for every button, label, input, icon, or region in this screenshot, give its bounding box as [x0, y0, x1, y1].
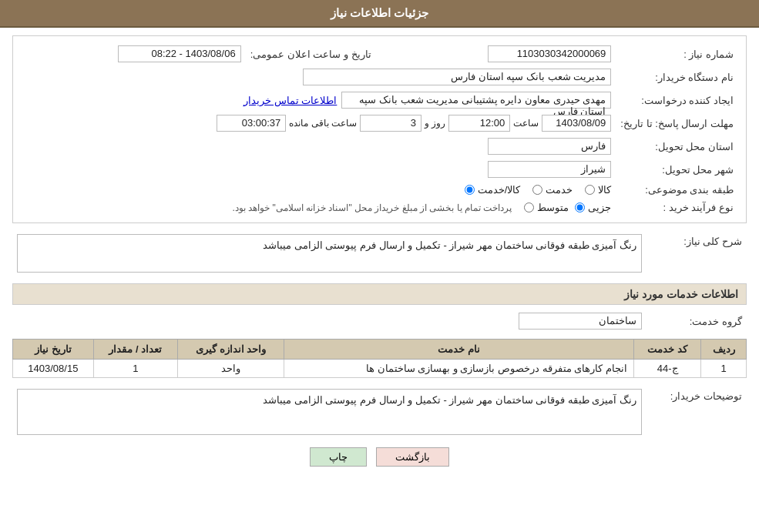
- services-table-body: 1ج-44انجام کارهای متفرقه درخصوص بازسازی …: [13, 360, 747, 378]
- table-cell: انجام کارهای متفرقه درخصوص بازسازی و بهس…: [284, 360, 634, 378]
- col-service-name: نام خدمت: [284, 340, 634, 360]
- radio-jozei-input[interactable]: [575, 202, 585, 212]
- category-options: کالا خدمت کالا/خدمت: [21, 181, 616, 199]
- buyer-desc-value: رنگ آمیزی طبقه فوقانی ساختمان مهر شیراز …: [12, 386, 646, 438]
- time-label: ساعت: [513, 118, 539, 129]
- creator-label: ایجاد کننده درخواست:: [616, 89, 738, 112]
- page-wrapper: جزئیات اطلاعات نیاز شماره نیاز : 1103030…: [0, 0, 759, 532]
- contact-link[interactable]: اطلاعات تماس خریدار: [243, 95, 337, 106]
- page-header: جزئیات اطلاعات نیاز: [0, 0, 759, 28]
- info-section: شماره نیاز : 1103030342000069 تاریخ و سا…: [12, 35, 747, 223]
- group-service-input[interactable]: ساختمان: [519, 313, 642, 330]
- announce-date-input[interactable]: 1403/08/06 - 08:22: [118, 45, 241, 62]
- creator-value: مهدی حیدری معاون دایره پشتیبانی مدیریت ش…: [21, 89, 616, 112]
- row-purchase-type: نوع فرآیند خرید : جزیی متوسط پرداخت: [21, 199, 738, 216]
- radio-kala-label: کالا: [598, 184, 611, 196]
- radio-kala-input[interactable]: [585, 185, 595, 195]
- creator-input[interactable]: مهدی حیدری معاون دایره پشتیبانی مدیریت ش…: [341, 92, 611, 109]
- services-table-section: ردیف کد خدمت نام خدمت واحد اندازه گیری ت…: [12, 339, 747, 378]
- page-title: جزئیات اطلاعات نیاز: [331, 6, 428, 19]
- remaining-label: ساعت باقی مانده: [289, 118, 357, 129]
- row-group-service: گروه خدمت: ساختمان: [12, 309, 747, 333]
- radio-khedmat-input[interactable]: [532, 185, 542, 195]
- radio-motavaset-input[interactable]: [524, 202, 534, 212]
- col-row-num: ردیف: [701, 340, 747, 360]
- print-button[interactable]: چاپ: [310, 447, 367, 467]
- table-cell: 1403/08/15: [13, 360, 94, 378]
- services-table-head: ردیف کد خدمت نام خدمت واحد اندازه گیری ت…: [13, 340, 747, 360]
- radio-khedmat-label: خدمت: [546, 184, 573, 196]
- buyer-name-input[interactable]: مدیریت شعب بانک سپه استان فارس: [303, 69, 611, 85]
- services-table: ردیف کد خدمت نام خدمت واحد اندازه گیری ت…: [12, 339, 747, 378]
- footer-buttons: بازگشت چاپ: [12, 447, 747, 467]
- group-service-value: ساختمان: [12, 309, 646, 333]
- info-table: شماره نیاز : 1103030342000069 تاریخ و سا…: [21, 42, 738, 216]
- radio-motavaset[interactable]: متوسط: [524, 202, 569, 213]
- main-content: شماره نیاز : 1103030342000069 تاریخ و سا…: [0, 28, 759, 482]
- row-deadline: مهلت ارسال پاسخ: تا تاریخ: 1403/08/09 سا…: [21, 112, 738, 135]
- row-province: استان محل تحویل: فارس: [21, 135, 738, 158]
- back-button[interactable]: بازگشت: [376, 447, 449, 467]
- buyer-desc-box: رنگ آمیزی طبقه فوقانی ساختمان مهر شیراز …: [17, 389, 642, 435]
- row-city: شهر محل تحویل: شیراز: [21, 158, 738, 181]
- radio-kala-khedmat-label: کالا/خدمت: [478, 184, 521, 196]
- col-date: تاریخ نیاز: [13, 340, 94, 360]
- row-buyer-desc: توضیحات خریدار: رنگ آمیزی طبقه فوقانی سا…: [12, 386, 747, 438]
- col-quantity: تعداد / مقدار: [93, 340, 177, 360]
- purchase-type-note: پرداخت تمام یا بخشی از مبلغ خریداز محل "…: [232, 202, 512, 213]
- purchase-type-options: جزیی متوسط پرداخت تمام یا بخشی از مبلغ خ…: [21, 199, 616, 216]
- row-category: طبقه بندی موضوعی: کالا خدمت: [21, 181, 738, 199]
- province-value: فارس: [21, 135, 616, 158]
- need-number-label: شماره نیاز :: [616, 42, 738, 65]
- col-unit: واحد اندازه گیری: [178, 340, 284, 360]
- buyer-name-value: مدیریت شعب بانک سپه استان فارس: [21, 65, 616, 89]
- table-cell: ج-44: [633, 360, 700, 378]
- radio-jozei-label: جزیی: [588, 202, 611, 213]
- services-header-row: ردیف کد خدمت نام خدمت واحد اندازه گیری ت…: [13, 340, 747, 360]
- city-label: شهر محل تحویل:: [616, 158, 738, 181]
- radio-khedmat[interactable]: خدمت: [532, 184, 573, 196]
- deadline-time-input[interactable]: 12:00: [448, 115, 510, 132]
- description-value: رنگ آمیزی طبقه فوقانی ساختمان مهر شیراز …: [12, 231, 646, 276]
- buyer-desc-label: توضیحات خریدار:: [646, 386, 747, 438]
- announce-date-label: تاریخ و ساعت اعلان عمومی:: [246, 42, 376, 65]
- buyer-desc-section: توضیحات خریدار: رنگ آمیزی طبقه فوقانی سا…: [12, 386, 747, 438]
- purchase-type-label: نوع فرآیند خرید :: [616, 199, 738, 216]
- row-buyer-name: نام دستگاه خریدار: مدیریت شعب بانک سپه ا…: [21, 65, 738, 89]
- need-number-value: 1103030342000069: [391, 42, 616, 65]
- table-cell: 1: [93, 360, 177, 378]
- deadline-date-input[interactable]: 1403/08/09: [542, 115, 611, 132]
- category-label: طبقه بندی موضوعی:: [616, 181, 738, 199]
- province-input[interactable]: فارس: [488, 138, 611, 155]
- announce-date-value: 1403/08/06 - 08:22: [21, 42, 246, 65]
- radio-kala-khedmat-input[interactable]: [465, 185, 475, 195]
- radio-jozei[interactable]: جزیی: [575, 202, 611, 213]
- days-label: روز و: [425, 118, 445, 129]
- table-cell: واحد: [178, 360, 284, 378]
- province-label: استان محل تحویل:: [616, 135, 738, 158]
- table-cell: 1: [701, 360, 747, 378]
- group-service-section: گروه خدمت: ساختمان: [12, 309, 747, 333]
- group-service-label: گروه خدمت:: [646, 309, 747, 333]
- city-input[interactable]: شیراز: [488, 161, 611, 178]
- buyer-desc-table: توضیحات خریدار: رنگ آمیزی طبقه فوقانی سا…: [12, 386, 747, 438]
- remaining-input[interactable]: 03:00:37: [217, 115, 286, 132]
- row-need-number: شماره نیاز : 1103030342000069 تاریخ و سا…: [21, 42, 738, 65]
- description-label: شرح کلی نیاز:: [646, 231, 747, 276]
- description-box: رنگ آمیزی طبقه فوقانی ساختمان مهر شیراز …: [17, 234, 642, 273]
- row-description: شرح کلی نیاز: رنگ آمیزی طبقه فوقانی ساخت…: [12, 231, 747, 276]
- deadline-row: 1403/08/09 ساعت 12:00 روز و 3 ساعت باقی …: [21, 112, 616, 135]
- row-creator: ایجاد کننده درخواست: مهدی حیدری معاون دا…: [21, 89, 738, 112]
- need-number-input[interactable]: 1103030342000069: [488, 45, 611, 62]
- table-row: 1ج-44انجام کارهای متفرقه درخصوص بازسازی …: [13, 360, 747, 378]
- buyer-name-label: نام دستگاه خریدار:: [616, 65, 738, 89]
- group-service-table: گروه خدمت: ساختمان: [12, 309, 747, 333]
- days-input[interactable]: 3: [360, 115, 421, 132]
- description-section: شرح کلی نیاز: رنگ آمیزی طبقه فوقانی ساخت…: [12, 231, 747, 276]
- radio-kala-khedmat[interactable]: کالا/خدمت: [465, 184, 521, 196]
- services-section-title: اطلاعات خدمات مورد نیاز: [12, 283, 747, 305]
- col-service-code: کد خدمت: [633, 340, 700, 360]
- radio-kala[interactable]: کالا: [585, 184, 611, 196]
- city-value: شیراز: [21, 158, 616, 181]
- deadline-label: مهلت ارسال پاسخ: تا تاریخ:: [616, 112, 738, 135]
